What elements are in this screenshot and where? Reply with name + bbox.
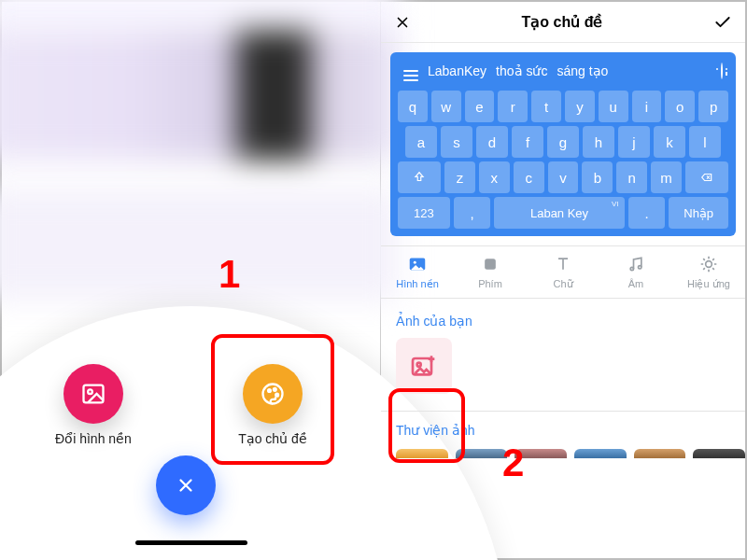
emoji-icon[interactable]: [721, 63, 723, 78]
key-period[interactable]: .: [628, 197, 666, 229]
key-enter[interactable]: Nhập: [669, 197, 728, 229]
confirm-button[interactable]: [713, 13, 732, 32]
key-f[interactable]: f: [512, 126, 543, 158]
tab-label: Chữ: [553, 278, 572, 290]
tab-label: Hình nền: [396, 278, 439, 290]
annotation-step-2: 2: [502, 441, 524, 485]
tab-phim[interactable]: Phím: [454, 246, 527, 298]
key-o[interactable]: o: [665, 91, 695, 122]
svg-point-13: [417, 363, 421, 367]
section-your-photos-title: Ảnh của bạn: [381, 299, 745, 338]
key-numbers[interactable]: 123: [398, 197, 450, 229]
image-icon: [407, 254, 428, 274]
library-thumb[interactable]: [574, 449, 627, 458]
suggestion-word[interactable]: thoả sức: [496, 63, 547, 78]
key-p[interactable]: p: [698, 91, 728, 122]
key-h[interactable]: h: [583, 126, 614, 158]
key-r[interactable]: r: [498, 91, 528, 122]
tab-hieu-ung[interactable]: Hiệu ứng: [672, 246, 745, 298]
keyboard-row-2: a s d f g h j k l: [398, 126, 728, 158]
key-x[interactable]: x: [479, 161, 510, 193]
svg-point-7: [414, 261, 416, 264]
key-j[interactable]: j: [618, 126, 650, 158]
annotation-highlight-2: [388, 388, 465, 463]
keyboard-row-3: z x c v b n m: [398, 161, 728, 193]
change-background-label: Đổi hình nền: [28, 431, 159, 446]
svg-point-1: [88, 389, 92, 394]
keyboard-preview: LabanKey thoả sức sáng tạo q w e r t y u…: [381, 43, 745, 238]
key-comma[interactable]: ,: [454, 197, 491, 229]
add-image-icon: [409, 351, 439, 381]
key-b[interactable]: b: [582, 161, 613, 193]
editor-title: Tạo chủ đề: [522, 13, 603, 31]
change-background-button[interactable]: [63, 364, 123, 424]
music-note-icon: [627, 254, 645, 274]
tab-label: Phím: [478, 278, 502, 289]
home-indicator: [135, 540, 247, 545]
key-v[interactable]: v: [548, 161, 579, 193]
key-c[interactable]: c: [514, 161, 544, 193]
sparkle-icon: [699, 254, 718, 274]
tab-hinh-nen[interactable]: Hình nền: [381, 246, 454, 298]
key-square-icon: [481, 254, 500, 274]
key-q[interactable]: q: [398, 91, 428, 122]
svg-point-9: [630, 267, 633, 270]
left-screenshot: 1 Đổi hình nền Tạo chủ đề: [2, 2, 381, 558]
key-z[interactable]: z: [444, 161, 475, 193]
tab-am[interactable]: Âm: [599, 246, 672, 298]
close-fab-button[interactable]: [156, 455, 216, 515]
editor-header: Tạo chủ đề: [381, 2, 745, 43]
key-l[interactable]: l: [689, 126, 721, 158]
text-icon: [554, 254, 572, 274]
library-thumb[interactable]: [634, 449, 686, 458]
key-s[interactable]: s: [441, 126, 472, 158]
suggestion-word[interactable]: LabanKey: [428, 63, 486, 78]
key-k[interactable]: k: [654, 126, 685, 158]
key-d[interactable]: d: [476, 126, 508, 158]
key-shift[interactable]: [398, 161, 441, 193]
key-g[interactable]: g: [547, 126, 579, 158]
svg-point-10: [639, 266, 641, 269]
svg-rect-8: [485, 259, 496, 270]
add-photo-button[interactable]: [396, 338, 452, 394]
key-e[interactable]: e: [465, 91, 495, 122]
space-label: Laban Key: [530, 206, 588, 220]
svg-rect-0: [84, 385, 104, 403]
close-button[interactable]: [394, 14, 411, 31]
annotation-step-1: 1: [218, 252, 240, 297]
keyboard-row-1: q w e r t y u i o p: [398, 91, 728, 122]
library-thumb[interactable]: [693, 449, 745, 458]
svg-point-11: [706, 261, 712, 268]
tab-label: Âm: [628, 278, 644, 289]
key-space[interactable]: Laban Key VI: [494, 197, 624, 229]
tab-chu[interactable]: Chữ: [527, 246, 599, 298]
tab-label: Hiệu ứng: [687, 278, 730, 290]
close-icon: [176, 475, 196, 496]
key-m[interactable]: m: [651, 161, 682, 193]
image-icon: [80, 381, 106, 407]
key-t[interactable]: t: [531, 91, 561, 122]
keyboard-row-4: 123 , Laban Key VI . Nhập: [398, 197, 728, 229]
editor-toolbar: Hình nền Phím Chữ Âm Hiệu ứng: [381, 245, 745, 299]
lang-badge: VI: [612, 200, 619, 208]
suggestion-word[interactable]: sáng tạo: [557, 63, 608, 78]
right-screenshot: Tạo chủ đề LabanKey thoả sức sáng tạo q …: [381, 2, 745, 558]
key-u[interactable]: u: [599, 91, 628, 122]
annotation-highlight-1: [211, 334, 334, 465]
key-n[interactable]: n: [616, 161, 647, 193]
key-y[interactable]: y: [565, 91, 595, 122]
key-w[interactable]: w: [431, 91, 461, 122]
keyboard-suggestion-bar: LabanKey thoả sức sáng tạo: [398, 60, 728, 87]
key-backspace[interactable]: [685, 161, 728, 193]
key-a[interactable]: a: [405, 126, 437, 158]
key-i[interactable]: i: [632, 91, 662, 122]
menu-icon[interactable]: [403, 60, 418, 81]
